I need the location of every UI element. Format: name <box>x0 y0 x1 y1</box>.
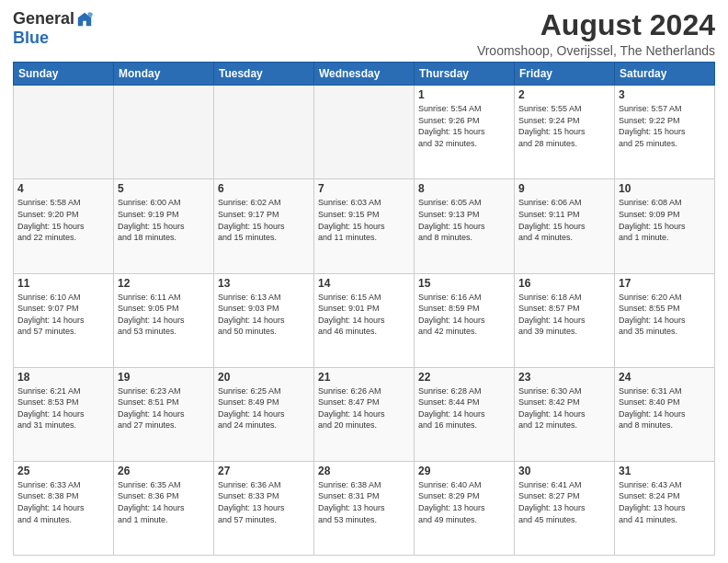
day-info: Sunrise: 6:26 AM Sunset: 8:47 PM Dayligh… <box>318 385 410 431</box>
day-info: Sunrise: 6:06 AM Sunset: 9:11 PM Dayligh… <box>518 197 610 243</box>
day-number: 23 <box>518 371 610 384</box>
col-friday: Friday <box>515 63 615 86</box>
logo-blue-text: Blue <box>13 29 49 48</box>
day-number: 1 <box>418 88 510 101</box>
calendar-week-2: 4Sunrise: 5:58 AM Sunset: 9:20 PM Daylig… <box>14 179 715 273</box>
page: General Blue August 2024 Vroomshoop, Ove… <box>0 0 728 563</box>
day-info: Sunrise: 6:35 AM Sunset: 8:36 PM Dayligh… <box>118 479 210 525</box>
calendar-cell: 19Sunrise: 6:23 AM Sunset: 8:51 PM Dayli… <box>114 367 214 461</box>
calendar-cell: 8Sunrise: 6:05 AM Sunset: 9:13 PM Daylig… <box>415 179 515 273</box>
day-number: 31 <box>619 465 711 477</box>
day-info: Sunrise: 6:15 AM Sunset: 9:01 PM Dayligh… <box>318 292 410 338</box>
day-info: Sunrise: 6:30 AM Sunset: 8:42 PM Dayligh… <box>518 385 610 431</box>
day-info: Sunrise: 6:20 AM Sunset: 8:55 PM Dayligh… <box>619 292 711 338</box>
day-info: Sunrise: 6:16 AM Sunset: 8:59 PM Dayligh… <box>418 292 510 338</box>
day-info: Sunrise: 5:58 AM Sunset: 9:20 PM Dayligh… <box>17 197 109 243</box>
calendar-cell <box>314 86 415 179</box>
day-number: 26 <box>118 465 210 477</box>
calendar-cell: 5Sunrise: 6:00 AM Sunset: 9:19 PM Daylig… <box>114 179 214 273</box>
day-number: 24 <box>619 371 711 384</box>
day-number: 28 <box>318 465 410 477</box>
col-thursday: Thursday <box>415 63 515 86</box>
day-number: 30 <box>518 465 610 477</box>
day-number: 16 <box>518 277 610 290</box>
calendar-week-3: 11Sunrise: 6:10 AM Sunset: 9:07 PM Dayli… <box>14 273 715 367</box>
day-number: 25 <box>17 465 109 477</box>
calendar-cell: 10Sunrise: 6:08 AM Sunset: 9:09 PM Dayli… <box>615 179 715 273</box>
day-info: Sunrise: 6:36 AM Sunset: 8:33 PM Dayligh… <box>218 479 310 525</box>
calendar-cell: 2Sunrise: 5:55 AM Sunset: 9:24 PM Daylig… <box>515 86 615 179</box>
day-info: Sunrise: 6:43 AM Sunset: 8:24 PM Dayligh… <box>619 479 711 525</box>
calendar-cell: 14Sunrise: 6:15 AM Sunset: 9:01 PM Dayli… <box>314 273 415 367</box>
day-number: 8 <box>418 182 510 195</box>
calendar-cell: 11Sunrise: 6:10 AM Sunset: 9:07 PM Dayli… <box>14 273 114 367</box>
calendar-header-row: Sunday Monday Tuesday Wednesday Thursday… <box>14 63 715 86</box>
calendar-cell: 28Sunrise: 6:38 AM Sunset: 8:31 PM Dayli… <box>314 461 415 555</box>
day-info: Sunrise: 6:00 AM Sunset: 9:19 PM Dayligh… <box>118 197 210 243</box>
day-number: 20 <box>218 371 310 384</box>
col-monday: Monday <box>114 63 214 86</box>
day-number: 7 <box>318 182 410 195</box>
calendar-cell: 3Sunrise: 5:57 AM Sunset: 9:22 PM Daylig… <box>615 86 715 179</box>
day-number: 17 <box>619 277 711 290</box>
calendar-cell: 20Sunrise: 6:25 AM Sunset: 8:49 PM Dayli… <box>214 367 314 461</box>
day-info: Sunrise: 6:31 AM Sunset: 8:40 PM Dayligh… <box>619 385 711 431</box>
col-tuesday: Tuesday <box>214 63 314 86</box>
day-info: Sunrise: 6:23 AM Sunset: 8:51 PM Dayligh… <box>118 385 210 431</box>
col-wednesday: Wednesday <box>314 63 415 86</box>
logo-text: General <box>13 9 93 29</box>
day-number: 18 <box>17 371 109 384</box>
day-info: Sunrise: 5:54 AM Sunset: 9:26 PM Dayligh… <box>418 103 510 149</box>
day-number: 13 <box>218 277 310 290</box>
calendar-cell: 17Sunrise: 6:20 AM Sunset: 8:55 PM Dayli… <box>615 273 715 367</box>
day-info: Sunrise: 6:40 AM Sunset: 8:29 PM Dayligh… <box>418 479 510 525</box>
calendar-cell: 26Sunrise: 6:35 AM Sunset: 8:36 PM Dayli… <box>114 461 214 555</box>
day-number: 4 <box>17 182 109 195</box>
main-title: August 2024 <box>477 9 715 41</box>
title-section: August 2024 Vroomshoop, Overijssel, The … <box>477 9 715 58</box>
calendar-cell <box>14 86 114 179</box>
day-info: Sunrise: 6:38 AM Sunset: 8:31 PM Dayligh… <box>318 479 410 525</box>
logo-general-text: General <box>13 9 74 29</box>
day-info: Sunrise: 6:21 AM Sunset: 8:53 PM Dayligh… <box>17 385 109 431</box>
day-info: Sunrise: 6:08 AM Sunset: 9:09 PM Dayligh… <box>619 197 711 243</box>
calendar-cell: 1Sunrise: 5:54 AM Sunset: 9:26 PM Daylig… <box>415 86 515 179</box>
day-info: Sunrise: 6:11 AM Sunset: 9:05 PM Dayligh… <box>118 292 210 338</box>
day-info: Sunrise: 5:57 AM Sunset: 9:22 PM Dayligh… <box>619 103 711 149</box>
day-number: 2 <box>518 88 610 101</box>
calendar-week-4: 18Sunrise: 6:21 AM Sunset: 8:53 PM Dayli… <box>14 367 715 461</box>
calendar-cell: 21Sunrise: 6:26 AM Sunset: 8:47 PM Dayli… <box>314 367 415 461</box>
subtitle: Vroomshoop, Overijssel, The Netherlands <box>477 43 715 58</box>
day-info: Sunrise: 6:03 AM Sunset: 9:15 PM Dayligh… <box>318 197 410 243</box>
day-number: 12 <box>118 277 210 290</box>
day-number: 15 <box>418 277 510 290</box>
day-number: 9 <box>518 182 610 195</box>
col-saturday: Saturday <box>615 63 715 86</box>
calendar-cell: 22Sunrise: 6:28 AM Sunset: 8:44 PM Dayli… <box>415 367 515 461</box>
calendar-week-5: 25Sunrise: 6:33 AM Sunset: 8:38 PM Dayli… <box>14 461 715 555</box>
day-info: Sunrise: 6:28 AM Sunset: 8:44 PM Dayligh… <box>418 385 510 431</box>
day-info: Sunrise: 6:10 AM Sunset: 9:07 PM Dayligh… <box>17 292 109 338</box>
day-info: Sunrise: 6:41 AM Sunset: 8:27 PM Dayligh… <box>518 479 610 525</box>
calendar: Sunday Monday Tuesday Wednesday Thursday… <box>13 62 715 556</box>
day-info: Sunrise: 6:33 AM Sunset: 8:38 PM Dayligh… <box>17 479 109 525</box>
day-number: 29 <box>418 465 510 477</box>
logo: General Blue <box>13 9 93 48</box>
day-number: 10 <box>619 182 711 195</box>
header: General Blue August 2024 Vroomshoop, Ove… <box>13 9 715 58</box>
calendar-cell: 24Sunrise: 6:31 AM Sunset: 8:40 PM Dayli… <box>615 367 715 461</box>
calendar-cell: 16Sunrise: 6:18 AM Sunset: 8:57 PM Dayli… <box>515 273 615 367</box>
calendar-cell: 12Sunrise: 6:11 AM Sunset: 9:05 PM Dayli… <box>114 273 214 367</box>
day-number: 5 <box>118 182 210 195</box>
calendar-cell: 13Sunrise: 6:13 AM Sunset: 9:03 PM Dayli… <box>214 273 314 367</box>
day-info: Sunrise: 6:05 AM Sunset: 9:13 PM Dayligh… <box>418 197 510 243</box>
calendar-cell: 9Sunrise: 6:06 AM Sunset: 9:11 PM Daylig… <box>515 179 615 273</box>
calendar-cell <box>114 86 214 179</box>
day-number: 27 <box>218 465 310 477</box>
day-info: Sunrise: 5:55 AM Sunset: 9:24 PM Dayligh… <box>518 103 610 149</box>
calendar-cell: 25Sunrise: 6:33 AM Sunset: 8:38 PM Dayli… <box>14 461 114 555</box>
day-info: Sunrise: 6:13 AM Sunset: 9:03 PM Dayligh… <box>218 292 310 338</box>
day-number: 11 <box>17 277 109 290</box>
day-info: Sunrise: 6:18 AM Sunset: 8:57 PM Dayligh… <box>518 292 610 338</box>
day-number: 14 <box>318 277 410 290</box>
